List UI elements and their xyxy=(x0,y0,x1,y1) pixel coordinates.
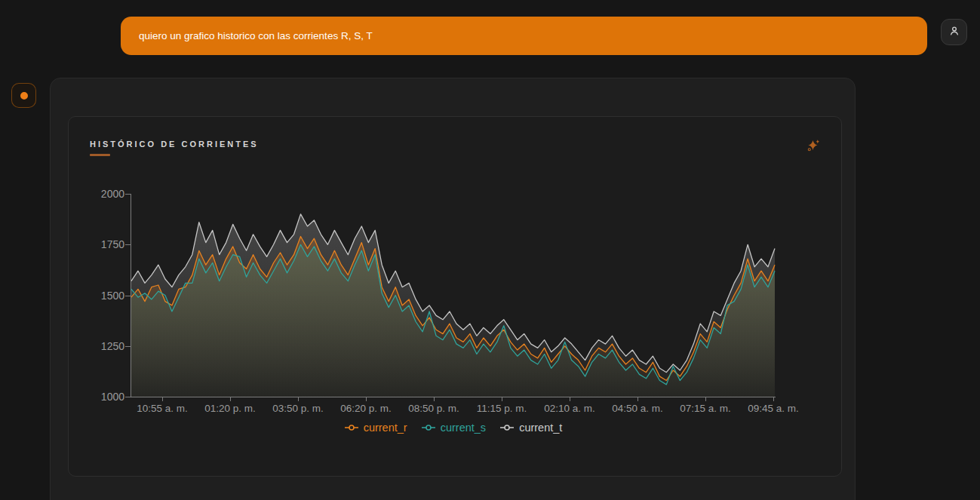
chat-page: quiero un grafico historico con las corr… xyxy=(0,0,980,500)
legend-label: current_r xyxy=(364,422,407,434)
chart-card: HISTÓRICO DE CORRIENTES 1000125015001750… xyxy=(68,116,842,477)
legend-item-current_t[interactable]: current_t xyxy=(499,422,562,434)
title-accent-underline xyxy=(90,154,110,156)
x-tick-mark xyxy=(230,397,231,401)
chart-legend: current_rcurrent_scurrent_t xyxy=(131,422,775,434)
x-tick-mark xyxy=(570,397,570,401)
response-card: HISTÓRICO DE CORRIENTES 1000125015001750… xyxy=(50,78,856,500)
person-icon xyxy=(948,24,961,41)
legend-marker-icon xyxy=(499,424,515,431)
y-tick-mark xyxy=(125,346,131,347)
user-message-text: quiero un grafico historico con las corr… xyxy=(139,30,373,41)
legend-marker-icon xyxy=(421,424,436,431)
x-tick-mark xyxy=(366,397,367,401)
y-tick-mark xyxy=(125,194,131,195)
x-tick-mark xyxy=(298,397,299,401)
user-message-bubble: quiero un grafico historico con las corr… xyxy=(121,17,927,55)
legend-item-current_r[interactable]: current_r xyxy=(344,422,407,434)
x-tick-mark xyxy=(502,397,502,401)
orange-ring-logo-icon xyxy=(20,92,28,100)
sparkles-icon-button[interactable] xyxy=(804,137,822,155)
y-tick-label: 2000 xyxy=(83,188,124,200)
y-tick-label: 1250 xyxy=(83,340,124,352)
x-tick-mark xyxy=(434,397,435,401)
y-tick-label: 1000 xyxy=(83,391,124,403)
y-tick-label: 1750 xyxy=(83,238,124,250)
x-tick-label: 09:45 a. m. xyxy=(732,403,815,415)
x-tick-mark xyxy=(705,397,706,401)
y-tick-label: 1500 xyxy=(83,290,124,302)
chart-plot xyxy=(131,194,775,397)
chart-title: HISTÓRICO DE CORRIENTES xyxy=(90,140,259,149)
x-tick-mark xyxy=(162,397,163,401)
legend-label: current_t xyxy=(519,422,562,434)
y-tick-mark xyxy=(125,397,131,397)
x-tick-mark xyxy=(637,397,638,401)
sparkles-icon xyxy=(806,144,821,155)
legend-item-current_s[interactable]: current_s xyxy=(421,422,486,434)
bot-avatar xyxy=(11,83,36,108)
user-avatar-button[interactable] xyxy=(941,19,967,45)
x-tick-mark xyxy=(773,397,774,401)
legend-marker-icon xyxy=(344,424,359,431)
y-tick-mark xyxy=(125,244,131,245)
x-axis-line xyxy=(131,397,776,397)
legend-label: current_s xyxy=(441,422,486,434)
y-tick-mark xyxy=(125,296,131,296)
